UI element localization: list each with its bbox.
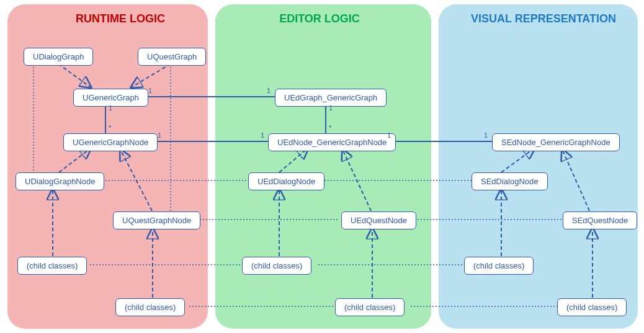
node-udialoggraph: UDialogGraph	[24, 48, 93, 66]
node-visual-child-left: (child classes)	[464, 257, 534, 275]
runtime-column-title: RUNTIME LOGIC	[74, 12, 166, 25]
visual-column-bg	[439, 4, 638, 329]
mult-uedgraph-bottom: 1	[329, 104, 333, 112]
mult-uednode-left: 1	[261, 131, 264, 139]
mult-sednode-left: 1	[484, 131, 488, 139]
node-udialoggraphnode: UDialogGraphNode	[16, 172, 104, 190]
node-uedquestnode: UEdQuestNode	[341, 211, 416, 229]
architecture-diagram: { "columns": { "runtime": { "title": "RU…	[0, 0, 644, 333]
node-visual-child-right: (child classes)	[557, 298, 627, 316]
mult-ugraph-right: 1	[148, 87, 152, 94]
mult-uedgraph-left: 1	[267, 87, 271, 94]
editor-column-title: EDITOR LOGIC	[276, 12, 363, 25]
mult-uednode-right: 1	[387, 131, 391, 139]
node-uednode-generic: UEdNode_GenericGraphNode	[268, 133, 396, 151]
mult-ugraph-bottom: 1	[109, 104, 112, 112]
node-runtime-child-right: (child classes)	[115, 298, 185, 316]
mult-ugenericgraphnode-right: 1	[158, 131, 161, 139]
node-ugenericgraphnode: UGenericGraphNode	[63, 133, 158, 151]
node-ueddialognode: UEdDialogNode	[248, 172, 324, 190]
node-seddialognode: SEdDialogNode	[472, 172, 548, 190]
editor-column-bg	[215, 4, 431, 329]
node-uquestgraphnode: UQuestGraphNode	[113, 211, 200, 229]
node-sednode-generic: SEdNode_GenericGraphNode	[492, 133, 620, 151]
node-editor-child-right: (child classes)	[335, 298, 405, 316]
diagram-svg	[0, 0, 644, 333]
node-runtime-child-left: (child classes)	[17, 257, 87, 275]
mult-uednode-top: *	[329, 124, 331, 131]
mult-ugraphnode-top: *	[109, 124, 111, 131]
node-sedquestnode: SEdQuestNode	[563, 211, 637, 229]
visual-column-title: VISUAL REPRESENTATION	[469, 12, 618, 25]
node-editor-child-left: (child classes)	[242, 257, 311, 275]
node-uquestgraph: UQuestGraph	[138, 48, 206, 66]
